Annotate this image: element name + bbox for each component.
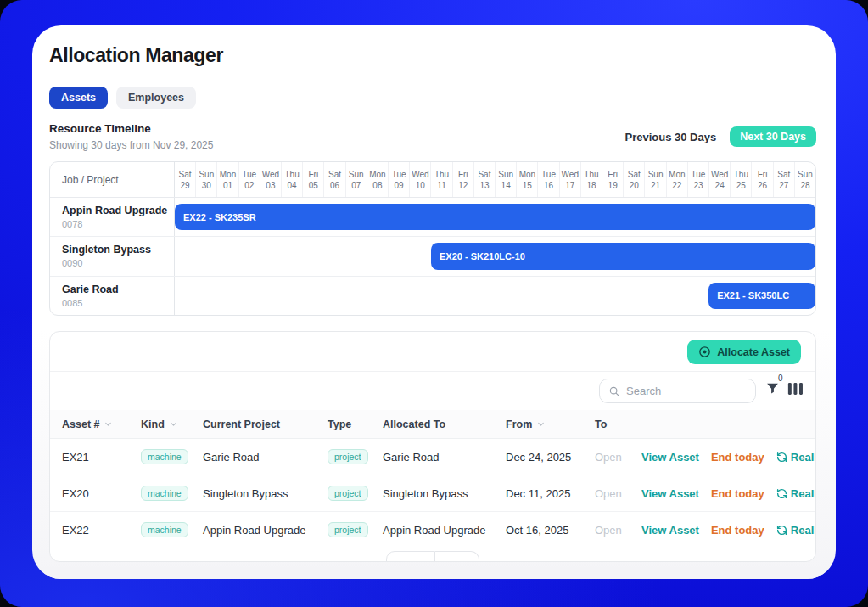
timeline-nav: Previous 30 Days Next 30 Days (624, 126, 816, 147)
end-today-link[interactable]: End today (711, 487, 764, 500)
column-header[interactable]: To (595, 419, 641, 430)
day-number: 09 (395, 180, 404, 191)
page-title: Allocation Manager (49, 44, 223, 67)
filter-icon[interactable] (765, 381, 780, 396)
reallocate-label: Reallocate (791, 524, 816, 537)
view-asset-link[interactable]: View Asset (641, 487, 699, 500)
cell-asset-number: EX20 (62, 487, 141, 500)
chevron-down-icon (104, 419, 113, 429)
search-toolbar: 0 (50, 372, 815, 410)
reallocate-link[interactable]: Reallocate (776, 524, 816, 537)
day-of-week: Sat (777, 169, 790, 180)
project-code: 0090 (62, 258, 174, 268)
assets-table-header: Asset # Kind Current Project (50, 410, 815, 439)
column-label: Type (328, 419, 351, 430)
day-of-week: Sat (328, 169, 341, 180)
day-of-week: Thu (734, 169, 748, 180)
columns-toggle-icon[interactable] (787, 382, 804, 396)
day-column-header: Tue 23 (688, 162, 709, 197)
day-column-header: Thu 11 (431, 162, 452, 197)
cell-asset-number: EX21 (62, 451, 141, 464)
day-number: 03 (266, 180, 275, 191)
column-label: From (506, 419, 532, 430)
day-number: 28 (800, 180, 809, 191)
day-of-week: Thu (584, 169, 598, 180)
day-number: 04 (288, 180, 297, 191)
day-column-header: Mon 01 (217, 162, 238, 197)
end-today-link[interactable]: End today (711, 524, 764, 537)
day-column-header: Sat 13 (474, 162, 496, 197)
view-asset-link[interactable]: View Asset (641, 451, 699, 464)
allocation-bar[interactable]: EX22 - SK235SR (175, 204, 815, 230)
day-number: 10 (416, 180, 425, 191)
view-asset-link[interactable]: View Asset (641, 524, 699, 537)
end-today-link[interactable]: End today (711, 451, 764, 464)
cell-allocated-to: Appin Road Upgrade (383, 524, 506, 537)
timeline-date-header: Job / Project Sat 29 Sun 30 (50, 162, 815, 198)
assets-panel: Allocate Asset 0 (49, 331, 816, 562)
project-code: 0085 (62, 298, 174, 308)
day-of-week: Sun (498, 169, 513, 180)
day-number: 25 (736, 180, 746, 191)
column-header[interactable]: Kind (141, 419, 203, 430)
previous-30-days-button[interactable]: Previous 30 Days (624, 131, 716, 143)
allocation-bar[interactable]: EX20 - SK210LC-10 (431, 243, 815, 269)
refresh-icon (776, 488, 787, 499)
asset-table-row: EX20 machine Singleton Bypass project Si… (50, 475, 815, 512)
pagination-next-button[interactable] (435, 551, 479, 562)
timeline-header: Resource Timeline Showing 30 days from N… (49, 122, 816, 151)
column-header[interactable]: From (506, 419, 595, 430)
kind-badge: machine (141, 449, 188, 464)
allocation-bar[interactable]: EX21 - SK350LC (708, 283, 815, 309)
tab-assets[interactable]: Assets (49, 87, 108, 109)
day-number: 01 (223, 180, 232, 191)
day-number: 26 (758, 180, 767, 191)
asset-table-row: EX22 machine Appin Road Upgrade project … (50, 512, 815, 548)
asset-table-row: EX21 machine Garie Road project Garie Ro… (50, 439, 815, 475)
day-column-header: Tue 09 (389, 162, 410, 197)
column-header[interactable]: Asset # (62, 419, 141, 430)
refresh-icon (776, 452, 787, 463)
day-of-week: Fri (308, 169, 318, 180)
day-number: 02 (244, 180, 254, 191)
column-header[interactable]: Current Project (203, 419, 328, 430)
day-column-header: Sun 14 (496, 162, 517, 197)
search-input[interactable] (626, 385, 747, 397)
day-number: 07 (351, 180, 361, 191)
tab-employees[interactable]: Employees (116, 87, 196, 109)
day-of-week: Sat (478, 169, 490, 180)
chevron-down-icon (536, 419, 546, 429)
day-column-header: Fri 26 (752, 162, 773, 197)
day-of-week: Sun (349, 169, 364, 180)
pagination-prev-button[interactable] (386, 551, 435, 562)
reallocate-link[interactable]: Reallocate (776, 451, 816, 464)
day-column-header: Mon 08 (367, 162, 389, 197)
day-of-week: Thu (434, 169, 449, 180)
row-actions: View Asset End today Reallocate (641, 524, 816, 537)
day-number: 19 (608, 180, 618, 191)
screenshot-stage: Allocation Manager Assets Employees Reso… (0, 0, 868, 607)
type-badge: project (328, 486, 368, 501)
allocate-asset-button[interactable]: Allocate Asset (687, 340, 801, 364)
cell-from-date: Oct 16, 2025 (506, 524, 595, 537)
day-column-header: Thu 18 (581, 162, 602, 197)
timeline-corner-label: Job / Project (50, 162, 175, 197)
day-number: 27 (779, 180, 788, 191)
pagination (50, 551, 815, 562)
column-header[interactable]: Allocated To (383, 419, 506, 430)
day-of-week: Wed (262, 169, 279, 180)
column-header[interactable]: Type (328, 419, 383, 430)
timeline-subtitle: Showing 30 days from Nov 29, 2025 (49, 139, 213, 151)
reallocate-link[interactable]: Reallocate (776, 487, 816, 500)
day-column-header: Sat 27 (774, 162, 795, 197)
day-of-week: Mon (369, 169, 385, 180)
day-column-header: Fri 05 (303, 162, 324, 197)
row-actions: View Asset End today Reallocate (641, 487, 816, 500)
day-of-week: Mon (669, 169, 685, 180)
next-30-days-button[interactable]: Next 30 Days (730, 126, 816, 147)
type-badge: project (328, 449, 368, 464)
row-actions: View Asset End today Reallocate (641, 451, 816, 464)
timeline-track: EX22 - SK235SR (175, 198, 815, 236)
day-column-header: Fri 19 (602, 162, 624, 197)
kind-badge: machine (141, 486, 188, 501)
